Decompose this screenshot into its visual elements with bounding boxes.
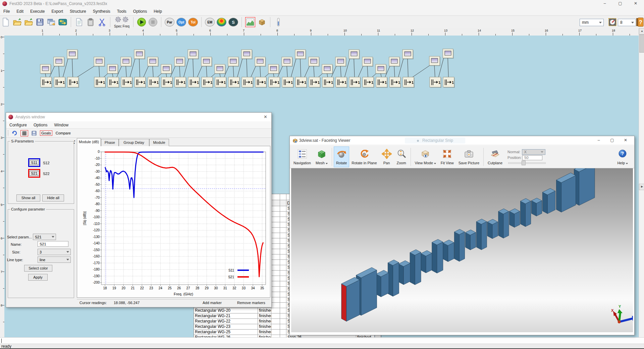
menu-export[interactable]: Export bbox=[48, 8, 66, 15]
line-type-combobox[interactable]: line bbox=[38, 256, 71, 263]
3d-viewport[interactable]: YXZ bbox=[291, 168, 633, 332]
duplicate-window-icon[interactable] bbox=[47, 17, 56, 27]
port-component[interactable]: 1 bbox=[363, 77, 374, 88]
spark-tool-button[interactable]: S bbox=[228, 18, 238, 26]
facet-tool-rotate[interactable]: Rotate bbox=[334, 147, 349, 167]
menu-tools[interactable]: Tools bbox=[114, 8, 130, 15]
analysis-titlebar[interactable]: Analysis window ✕ bbox=[6, 113, 271, 122]
port-component[interactable]: 1 bbox=[443, 77, 455, 88]
menu-execute[interactable]: Execute bbox=[27, 8, 48, 15]
minimize-button[interactable]: – bbox=[592, 137, 605, 144]
port-component[interactable]: 1 bbox=[389, 77, 401, 88]
scroll-right-button[interactable]: ▶ bbox=[639, 184, 644, 190]
monitor-component[interactable] bbox=[54, 57, 65, 67]
port-component[interactable]: 1 bbox=[322, 77, 334, 88]
port-component[interactable]: 1 bbox=[309, 77, 321, 88]
scroll-up-button[interactable]: ▲ bbox=[639, 28, 644, 35]
tab-phase[interactable]: Phase bbox=[101, 139, 119, 146]
monitor-component[interactable] bbox=[107, 64, 118, 74]
progress-gauge-icon[interactable] bbox=[274, 17, 283, 27]
analysis-chart-icon[interactable] bbox=[245, 17, 255, 27]
monitor-component[interactable] bbox=[241, 50, 253, 59]
port-component[interactable]: 1 bbox=[41, 77, 52, 88]
slider-thumb[interactable] bbox=[522, 161, 526, 165]
monitor-component[interactable] bbox=[309, 57, 320, 67]
monitor-component[interactable] bbox=[215, 64, 226, 74]
s21-toggle-button[interactable]: S21 bbox=[28, 169, 40, 178]
panel-splitter[interactable]: ◂▸ bbox=[74, 139, 76, 144]
help-book-icon[interactable]: ? bbox=[635, 17, 644, 27]
monitor-component[interactable] bbox=[188, 50, 199, 59]
analysis-menu-options[interactable]: Options bbox=[30, 122, 51, 128]
monitor-component[interactable] bbox=[148, 57, 159, 67]
port-component[interactable]: 1 bbox=[403, 77, 415, 88]
message-strip[interactable] bbox=[0, 337, 644, 344]
port-component[interactable]: 1 bbox=[188, 77, 200, 88]
tab-module-db-[interactable]: Module (dB) bbox=[77, 138, 101, 146]
scrollbar-thumb[interactable] bbox=[639, 35, 644, 53]
s12-label[interactable]: S12 bbox=[43, 161, 50, 165]
normal-combobox[interactable]: X bbox=[522, 149, 545, 155]
name-input[interactable] bbox=[38, 241, 68, 247]
monitor-component[interactable] bbox=[40, 64, 51, 74]
facet-titlebar[interactable]: 3dview.sat - Faceting Viewer Rectangular… bbox=[290, 136, 634, 145]
tab-module[interactable]: Module bbox=[149, 139, 169, 146]
port-component[interactable]: 1 bbox=[376, 77, 388, 88]
analysis-menu-configure[interactable]: Configure bbox=[6, 122, 30, 128]
port-component[interactable]: 1 bbox=[67, 77, 79, 88]
monitor-component[interactable] bbox=[228, 57, 239, 67]
monitor-component[interactable] bbox=[67, 50, 78, 59]
close-button[interactable]: ✕ bbox=[628, 0, 643, 7]
facet-tool-view-mode[interactable]: View Mode bbox=[413, 147, 438, 167]
units-combobox[interactable]: mm bbox=[580, 19, 604, 26]
cutplane-slider[interactable] bbox=[508, 161, 545, 165]
monitor-component[interactable] bbox=[402, 50, 414, 59]
field-pattern-icon[interactable] bbox=[217, 18, 226, 26]
facet-tool-mesh[interactable]: Mesh bbox=[313, 147, 330, 167]
monitor-component[interactable] bbox=[134, 50, 145, 59]
save-icon[interactable] bbox=[35, 17, 45, 27]
menu-structure[interactable]: Structure bbox=[66, 8, 90, 15]
monitor-component[interactable] bbox=[429, 56, 440, 66]
monitor-component[interactable] bbox=[201, 57, 212, 67]
em-chart-button[interactable]: EM bbox=[205, 18, 215, 26]
hide-all-button[interactable]: Hide all bbox=[42, 194, 64, 201]
facet-tool-fit-view[interactable]: Fit View bbox=[438, 147, 456, 167]
s22-label[interactable]: S22 bbox=[43, 172, 50, 176]
paste-icon[interactable] bbox=[86, 17, 95, 27]
apply-button[interactable]: Apply bbox=[28, 274, 48, 281]
port-component[interactable]: 1 bbox=[108, 77, 119, 88]
select-param-combobox[interactable]: S21 bbox=[33, 234, 56, 240]
goals-button[interactable]: Goals bbox=[40, 130, 52, 136]
menu-help[interactable]: Help bbox=[150, 8, 165, 15]
grid-toggle-icon[interactable] bbox=[20, 130, 28, 136]
monitor-component[interactable] bbox=[255, 57, 266, 67]
close-button[interactable]: ✕ bbox=[619, 137, 632, 144]
monitor-component[interactable] bbox=[94, 57, 105, 67]
canvas-vertical-scrollbar[interactable]: ▲ ▶ bbox=[639, 28, 644, 337]
view-3d-icon[interactable] bbox=[257, 17, 267, 27]
open-file-icon[interactable] bbox=[12, 17, 22, 27]
optimization-button[interactable]: Opt bbox=[176, 18, 186, 26]
monitor-component[interactable] bbox=[335, 57, 346, 67]
parametrics-button[interactable]: Par bbox=[165, 18, 174, 26]
export-project-icon[interactable] bbox=[24, 17, 33, 27]
port-component[interactable]: 1 bbox=[228, 77, 240, 88]
port-component[interactable]: 1 bbox=[135, 77, 146, 88]
port-component[interactable]: 1 bbox=[161, 77, 173, 88]
facet-tool-cutplane[interactable]: Cutplane bbox=[485, 147, 505, 167]
port-component[interactable]: 1 bbox=[336, 77, 347, 88]
analysis-menu-window[interactable]: Window bbox=[51, 122, 72, 128]
monitor-component[interactable] bbox=[362, 57, 373, 67]
port-component[interactable]: 1 bbox=[255, 77, 267, 88]
port-component[interactable]: 1 bbox=[54, 77, 66, 88]
monitor-component[interactable] bbox=[322, 64, 333, 74]
port-component[interactable]: 1 bbox=[175, 77, 186, 88]
port-component[interactable]: 1 bbox=[94, 77, 106, 88]
facet-help-button[interactable]: ?Help bbox=[615, 147, 630, 167]
monitor-component[interactable] bbox=[282, 57, 293, 67]
monitor-component[interactable] bbox=[389, 57, 400, 67]
port-component[interactable]: 1 bbox=[269, 77, 280, 88]
port-component[interactable]: 1 bbox=[242, 77, 254, 88]
monitor-component[interactable] bbox=[295, 50, 306, 59]
